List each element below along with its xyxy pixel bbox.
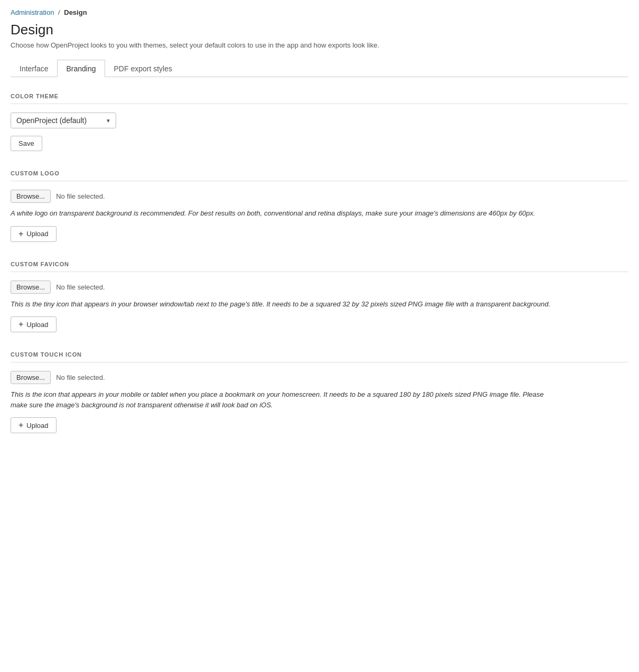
color-theme-select-wrapper: OpenProject (default) ▼ (11, 113, 116, 128)
custom-touch-icon-browse-button[interactable]: Browse... (11, 371, 51, 384)
custom-favicon-file-row: Browse... No file selected. (11, 281, 628, 294)
custom-logo-browse-button[interactable]: Browse... (11, 190, 51, 203)
breadcrumb: Administration / Design (11, 8, 628, 16)
custom-favicon-upload-label: Upload (26, 321, 48, 329)
tabs-container: Interface Branding PDF export styles (11, 60, 628, 77)
custom-logo-section-header: CUSTOM LOGO (11, 170, 628, 181)
color-theme-section: COLOR THEME OpenProject (default) ▼ Save (11, 93, 628, 151)
custom-logo-upload-label: Upload (26, 230, 48, 238)
custom-touch-icon-upload-button[interactable]: + Upload (11, 417, 57, 433)
tab-pdf-export-styles[interactable]: PDF export styles (105, 60, 181, 77)
custom-favicon-no-file-text: No file selected. (56, 283, 105, 291)
custom-favicon-section: CUSTOM FAVICON Browse... No file selecte… (11, 261, 628, 333)
plus-icon: + (18, 230, 23, 238)
custom-touch-icon-section-header: CUSTOM TOUCH ICON (11, 351, 628, 362)
custom-favicon-browse-button[interactable]: Browse... (11, 281, 51, 294)
custom-touch-icon-section: CUSTOM TOUCH ICON Browse... No file sele… (11, 351, 628, 433)
page-subtitle: Choose how OpenProject looks to you with… (11, 41, 628, 49)
breadcrumb-current: Design (64, 8, 87, 16)
custom-touch-icon-file-row: Browse... No file selected. (11, 371, 628, 384)
custom-logo-file-row: Browse... No file selected. (11, 190, 628, 203)
plus-icon: + (18, 320, 23, 329)
color-theme-section-header: COLOR THEME (11, 93, 628, 104)
custom-logo-no-file-text: No file selected. (56, 192, 105, 200)
custom-logo-section: CUSTOM LOGO Browse... No file selected. … (11, 170, 628, 242)
custom-favicon-upload-button[interactable]: + Upload (11, 316, 57, 332)
page-title: Design (11, 22, 628, 38)
color-theme-select[interactable]: OpenProject (default) (11, 113, 116, 128)
breadcrumb-admin-link[interactable]: Administration (11, 8, 54, 16)
plus-icon: + (18, 421, 23, 430)
custom-favicon-section-header: CUSTOM FAVICON (11, 261, 628, 272)
custom-logo-upload-button[interactable]: + Upload (11, 226, 57, 242)
breadcrumb-separator: / (58, 8, 60, 16)
save-button[interactable]: Save (11, 136, 42, 151)
custom-touch-icon-upload-label: Upload (26, 422, 48, 430)
custom-touch-icon-description: This is the icon that appears in your mo… (11, 389, 560, 410)
custom-touch-icon-no-file-text: No file selected. (56, 374, 105, 381)
custom-favicon-description: This is the tiny icon that appears in yo… (11, 299, 560, 310)
custom-logo-description: A white logo on transparent background i… (11, 208, 560, 219)
tab-branding[interactable]: Branding (57, 60, 105, 77)
tab-interface[interactable]: Interface (11, 60, 57, 77)
